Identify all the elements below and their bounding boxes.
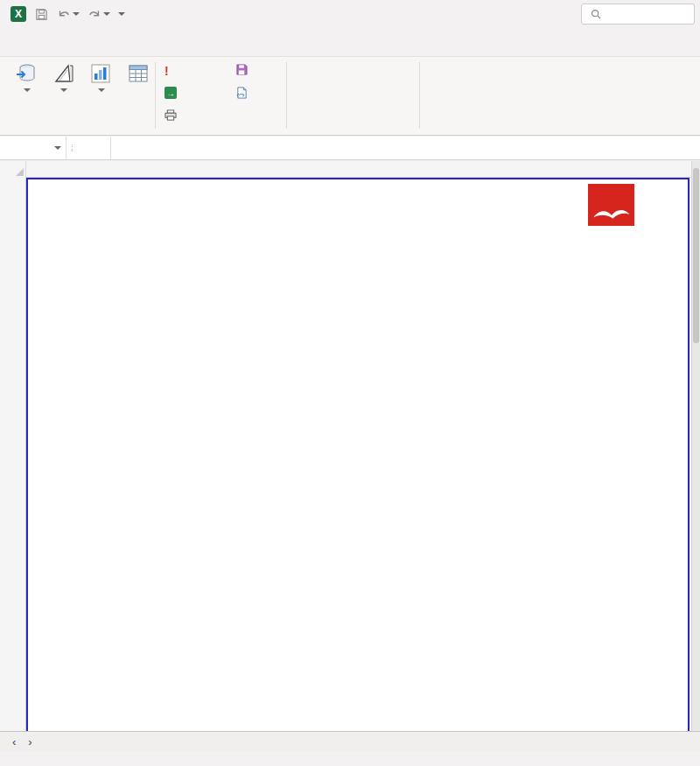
report-icon	[89, 62, 112, 85]
apply-formula-button[interactable]: !	[164, 64, 173, 78]
row-headers	[0, 178, 26, 731]
undo-button[interactable]	[57, 8, 79, 20]
print-button[interactable]	[164, 109, 181, 121]
vertical-scrollbar[interactable]	[691, 161, 700, 731]
title-bar: X	[0, 0, 700, 28]
workbench-icon	[127, 62, 150, 85]
chevron-down-icon	[73, 12, 79, 17]
back-button[interactable]: →	[164, 87, 181, 99]
design-icon	[52, 62, 75, 85]
sheet-tab-bar: ‹ ›	[0, 731, 700, 751]
excel-server-icon	[15, 62, 38, 85]
sheet-grid	[26, 178, 690, 731]
related-doc-button[interactable]	[236, 87, 252, 99]
sheet-header-band	[26, 178, 690, 259]
chevron-down-icon	[98, 88, 104, 93]
print-icon	[164, 109, 177, 121]
column-headers	[0, 161, 691, 178]
save-to-icon	[236, 64, 248, 75]
status-bar	[0, 751, 700, 766]
workbench-button[interactable]	[122, 62, 155, 93]
ribbon-group-excel-server	[0, 57, 154, 135]
add-sheet-button[interactable]	[45, 732, 83, 751]
chevron-down-icon	[60, 88, 66, 93]
formula-bar: ⁞	[0, 137, 700, 160]
page-break-border	[26, 178, 690, 731]
back-arrow-icon: →	[164, 87, 177, 99]
formula-buttons	[79, 137, 111, 159]
ribbon: ! →	[0, 57, 700, 136]
bird-icon	[592, 202, 632, 223]
select-all-corner[interactable]	[0, 161, 26, 178]
save-to-button[interactable]	[236, 64, 252, 75]
formula-bar-splitter[interactable]: ⁞	[66, 144, 79, 153]
altrad-logo	[588, 184, 640, 226]
search-icon	[591, 9, 601, 19]
apply-formula-icon: !	[164, 64, 169, 78]
quick-access-toolbar: X	[0, 6, 124, 22]
excel-server-button[interactable]	[10, 62, 43, 93]
altrad-logo-box	[588, 184, 634, 226]
report-button[interactable]	[85, 62, 117, 93]
search-input[interactable]	[581, 4, 695, 25]
ribbon-group-cross-formula	[287, 57, 418, 135]
chevron-down-icon	[24, 88, 30, 93]
sheet-nav: ‹ ›	[0, 732, 45, 751]
name-box[interactable]	[0, 137, 66, 159]
prev-sheet-icon[interactable]: ‹	[12, 735, 16, 748]
chevron-down-icon	[54, 146, 60, 151]
redo-button[interactable]	[88, 8, 109, 20]
save-icon[interactable]	[35, 8, 48, 21]
next-sheet-icon[interactable]: ›	[28, 735, 32, 748]
ribbon-group-divider	[419, 62, 420, 129]
related-doc-icon	[236, 87, 248, 99]
ribbon-tab-bar	[0, 28, 700, 57]
excel-logo-icon[interactable]: X	[10, 6, 26, 22]
scrollbar-thumb[interactable]	[693, 168, 699, 343]
chevron-down-icon	[103, 12, 109, 17]
design-button[interactable]	[48, 62, 80, 93]
ribbon-group-form-ops: ! →	[156, 57, 285, 135]
customize-toolbar-chevron-icon[interactable]	[118, 12, 124, 17]
